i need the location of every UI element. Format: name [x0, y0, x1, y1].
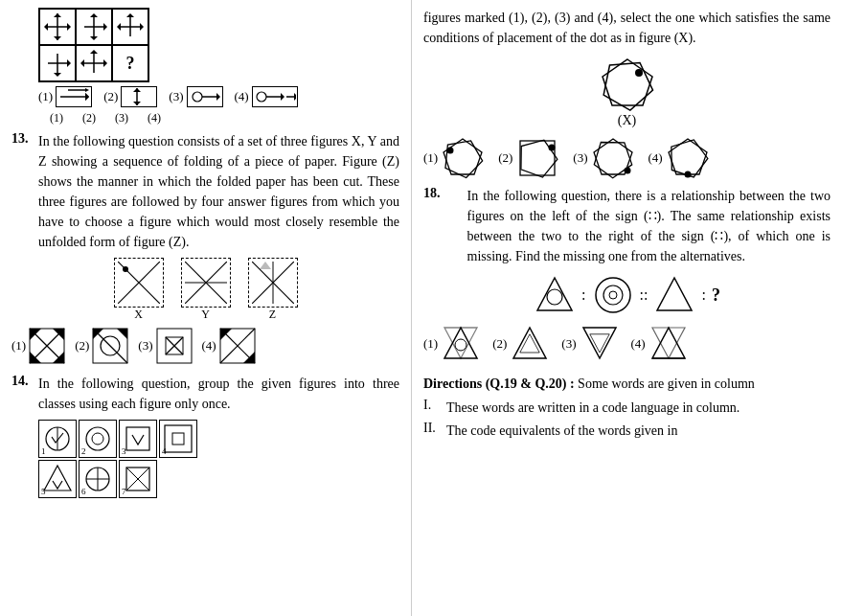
q17-opt-2: (2): [498, 136, 559, 180]
q18-fig-b1: [653, 274, 695, 316]
svg-marker-29: [85, 88, 89, 92]
roman-item-I: I. These words are written in a code lan…: [423, 398, 831, 418]
svg-marker-10: [90, 36, 98, 40]
roman-I-text: These words are written in a code langua…: [446, 398, 740, 418]
svg-rect-76: [126, 427, 149, 450]
q18-number: 18.: [423, 186, 441, 266]
svg-marker-108: [444, 328, 477, 358]
q13-ans-2: (2): [75, 328, 128, 364]
svg-point-91: [447, 148, 454, 154]
q18-ans-4: (4): [631, 324, 689, 364]
svg-marker-107: [444, 328, 477, 358]
q14-figure-grid: 1 2 3: [38, 420, 399, 498]
svg-marker-32: [133, 88, 141, 92]
q13-fig-x: X: [114, 258, 164, 322]
q18-analogy-row: : :: : ?: [423, 274, 831, 316]
grid-cell-2: [76, 9, 112, 45]
q17-opt-1: (1): [423, 136, 485, 180]
svg-marker-2: [67, 23, 71, 31]
top-opt-3-fig: [187, 86, 223, 107]
q18-fig-a2: [592, 274, 634, 316]
svg-marker-5: [54, 36, 61, 40]
q13-z-label: Z: [269, 308, 276, 322]
roman-II-text: The code equivalents of the words given …: [446, 421, 677, 441]
svg-point-43: [123, 266, 128, 272]
q13-y-label: Y: [201, 308, 210, 322]
grid-cell-4: [39, 45, 76, 81]
q14-cell-3: 3: [119, 420, 157, 458]
top-sequence-figures: ?: [38, 8, 399, 82]
q13-text: In the following question consists of a …: [38, 131, 399, 252]
q13-answer-row: (1) (2): [11, 328, 399, 364]
top-options-row: (1) (2) (3) (4): [38, 86, 399, 107]
top-option-labels: (1) (2) (3) (4): [50, 111, 399, 125]
top-opt-1: (1): [38, 86, 92, 107]
roman-item-II: II. The code equivalents of the words gi…: [423, 421, 831, 441]
q13-x-label: X: [134, 308, 143, 322]
svg-marker-23: [80, 59, 84, 67]
q18-fig-a1: [534, 274, 576, 316]
q14-cell-4: 4: [159, 420, 197, 458]
svg-marker-13: [140, 23, 144, 31]
svg-marker-98: [669, 139, 707, 174]
svg-marker-27: [85, 93, 89, 101]
svg-marker-79: [44, 466, 71, 491]
svg-marker-87: [599, 56, 656, 113]
svg-marker-19: [54, 73, 61, 77]
question-18: 18. In the following question, there is …: [423, 186, 831, 364]
grid-cell-3: [112, 9, 148, 45]
svg-marker-35: [216, 93, 220, 101]
svg-rect-77: [165, 425, 192, 452]
q13-fig-z: Z: [248, 258, 298, 322]
q14-cell-1: 1: [38, 420, 77, 458]
svg-point-103: [596, 278, 630, 312]
q17-figure-x: [599, 56, 656, 113]
svg-marker-106: [657, 278, 692, 310]
q13-ans-4: (4): [202, 328, 256, 364]
svg-marker-113: [589, 334, 608, 353]
svg-marker-116: [652, 328, 685, 358]
q18-ans-3: (3): [561, 324, 619, 364]
svg-marker-21: [90, 50, 98, 54]
top-opt-2: (2): [103, 86, 157, 107]
svg-point-109: [455, 339, 467, 351]
q14-cell-7: 7: [119, 460, 157, 498]
q14-cell-6: 6: [79, 460, 117, 498]
directions-title: Directions (Q.19 & Q.20) :: [423, 376, 575, 391]
svg-marker-112: [583, 328, 616, 358]
q14-cell-2: 2: [79, 420, 117, 458]
q14-cell-5: 5: [38, 460, 77, 498]
svg-point-74: [86, 427, 109, 450]
right-column: figures marked (1), (2), (3) and (4), se…: [412, 0, 842, 616]
svg-marker-12: [117, 23, 121, 31]
top-opt-3: (3): [169, 86, 222, 107]
svg-marker-114: [652, 328, 685, 358]
q17-figure-x-container: (X): [423, 56, 831, 128]
q18-text: In the following question, there is a re…: [467, 186, 831, 266]
svg-point-102: [547, 289, 562, 305]
q17-text: figures marked (1), (2), (3) and (4), se…: [423, 8, 831, 48]
q17-options-row: (1) (2) (3): [423, 136, 831, 180]
svg-point-88: [635, 69, 643, 77]
svg-marker-7: [103, 23, 107, 31]
top-opt-1-fig: [56, 86, 92, 107]
top-opt-2-fig: [121, 86, 157, 107]
q14-text: In the following question, group the giv…: [38, 374, 399, 414]
svg-marker-90: [441, 136, 485, 180]
q18-ans-1: (1): [423, 324, 481, 364]
svg-marker-4: [54, 13, 61, 17]
svg-point-33: [193, 92, 202, 102]
svg-point-97: [624, 168, 630, 174]
svg-point-100: [684, 171, 691, 178]
q13-ans-3: (3): [138, 328, 192, 364]
svg-marker-62: [117, 329, 127, 339]
svg-marker-17: [67, 59, 71, 67]
directions-block: Directions (Q.19 & Q.20) : Some words ar…: [423, 374, 831, 441]
svg-rect-78: [172, 433, 184, 445]
svg-marker-50: [260, 262, 271, 269]
svg-marker-15: [126, 13, 134, 17]
q17-x-label: (X): [618, 113, 636, 128]
q18-options-row: (1) (2) (3): [423, 324, 831, 364]
q17-opt-4: (4): [649, 136, 710, 180]
svg-marker-24: [103, 59, 107, 67]
